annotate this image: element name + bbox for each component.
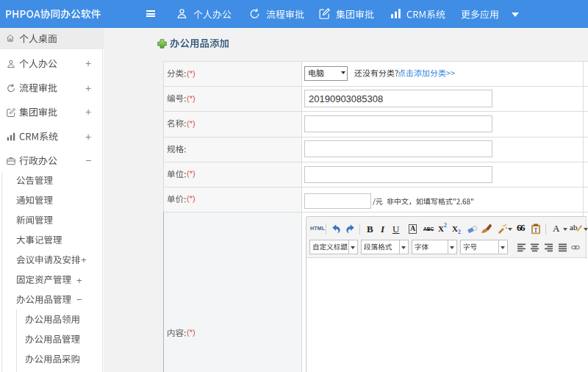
svg-text:T: T xyxy=(534,227,538,234)
svg-text:ab: ab xyxy=(570,223,578,232)
